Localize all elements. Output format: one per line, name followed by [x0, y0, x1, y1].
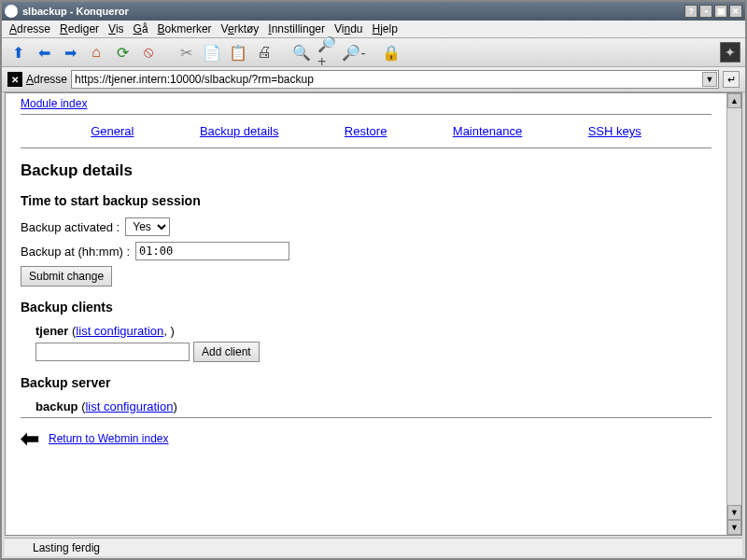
clear-address-icon[interactable]: ✕ [7, 72, 22, 87]
copy-icon[interactable]: 📄 [202, 42, 222, 63]
module-index-link[interactable]: Module index [21, 97, 87, 110]
zoom-in-icon[interactable]: 🔎+ [317, 42, 338, 63]
lock-icon[interactable]: 🔒 [381, 42, 402, 63]
menu-bokmerker[interactable]: Bokmerker [158, 22, 212, 35]
scroll-down-icon[interactable]: ▼ [727, 505, 741, 520]
app-icon [5, 5, 18, 18]
client-entry: tjener (list configuration, ) [35, 324, 712, 338]
paste-icon[interactable]: 📋 [228, 42, 248, 63]
close-button[interactable]: ✕ [729, 5, 742, 18]
submit-change-button[interactable]: Submit change [21, 266, 112, 287]
menu-rediger[interactable]: Rediger [60, 22, 99, 35]
address-input[interactable] [71, 70, 719, 89]
backup-at-label: Backup at (hh:mm) : [21, 245, 130, 259]
print-icon[interactable]: 🖨 [254, 42, 275, 63]
menu-vis[interactable]: Vis [108, 22, 123, 35]
server-name: backup [35, 399, 78, 413]
tab-ssh-keys[interactable]: SSH keys [588, 124, 641, 138]
status-bar: Lasting ferdig [5, 538, 742, 556]
zoom-out-icon[interactable]: 🔎- [344, 42, 364, 63]
home-icon[interactable]: ⌂ [86, 42, 106, 63]
page-heading: Backup details [21, 161, 712, 180]
minimize-button[interactable]: ▪ [699, 5, 712, 18]
forward-icon[interactable]: ➡ [60, 42, 80, 63]
scroll-down2-icon[interactable]: ▼ [727, 520, 741, 535]
toolbar: ⬆ ⬅ ➡ ⌂ ⟳ ⦸ ✂ 📄 📋 🖨 🔍 🔎+ 🔎- 🔒 ✦ [2, 38, 745, 67]
backup-at-input[interactable] [135, 242, 289, 260]
menubar: Adresse Rediger Vis Gå Bokmerker Verktøy… [2, 21, 745, 38]
server-heading: Backup server [21, 375, 712, 390]
add-client-button[interactable]: Add client [193, 342, 260, 362]
maximize-button[interactable]: ▣ [714, 5, 727, 18]
up-icon[interactable]: ⬆ [7, 42, 28, 63]
gear-icon[interactable]: ✦ [720, 42, 740, 63]
stop-icon[interactable]: ⦸ [138, 42, 159, 63]
server-list-configuration-link[interactable]: list configuration [85, 399, 173, 413]
menu-vindu[interactable]: Vindu [334, 22, 363, 35]
tab-restore[interactable]: Restore [345, 124, 388, 138]
menu-hjelp[interactable]: Hjelp [373, 22, 398, 35]
tab-backup-details[interactable]: Backup details [200, 124, 279, 138]
window-title: slbackup - Konqueror [22, 6, 129, 17]
search-icon[interactable]: 🔍 [291, 42, 312, 63]
address-label: Adresse [26, 73, 67, 86]
activated-label: Backup activated : [21, 220, 120, 234]
tab-maintenance[interactable]: Maintenance [453, 124, 522, 138]
server-entry: backup (list configuration) [35, 399, 712, 413]
menu-verktoy[interactable]: Verktøy [221, 22, 260, 35]
client-name: tjener [35, 324, 68, 338]
activated-select[interactable]: Yes [125, 217, 170, 236]
address-bar: ✕ Adresse 🌐 ▼ ↵ [2, 67, 745, 92]
list-configuration-link[interactable]: list configuration [76, 324, 163, 338]
session-heading: Time to start backup session [21, 193, 712, 208]
arrow-left-icon: ⬅ [21, 426, 39, 452]
go-button[interactable]: ↵ [723, 71, 740, 88]
add-client-input[interactable] [35, 343, 190, 361]
tab-general[interactable]: General [91, 124, 134, 138]
menu-adresse[interactable]: Adresse [9, 22, 50, 35]
status-text: Lasting ferdig [33, 541, 100, 554]
menu-ga[interactable]: Gå [134, 22, 148, 35]
address-dropdown-icon[interactable]: ▼ [702, 72, 717, 87]
titlebar: slbackup - Konqueror ? ▪ ▣ ✕ [2, 2, 745, 21]
clients-heading: Backup clients [21, 300, 712, 315]
help-button[interactable]: ? [684, 5, 698, 18]
back-icon[interactable]: ⬅ [34, 42, 54, 63]
page-content: Module index General Backup details Rest… [6, 93, 726, 535]
return-webmin-link[interactable]: Return to Webmin index [49, 432, 169, 445]
tab-nav: General Backup details Restore Maintenan… [21, 119, 712, 144]
reload-icon[interactable]: ⟳ [112, 42, 133, 63]
vertical-scrollbar[interactable]: ▲ ▼ ▼ [726, 93, 741, 535]
cut-icon[interactable]: ✂ [176, 42, 196, 63]
menu-innstillinger[interactable]: Innstillinger [268, 22, 325, 35]
scroll-up-icon[interactable]: ▲ [727, 93, 741, 108]
